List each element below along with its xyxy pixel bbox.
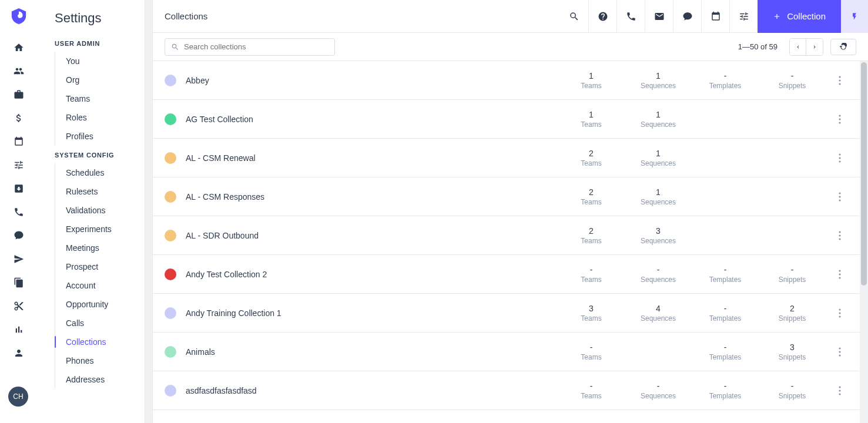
nav-item-org[interactable]: Org bbox=[55, 70, 145, 89]
nav-item-prospect[interactable]: Prospect bbox=[55, 257, 145, 276]
rail-user-icon[interactable] bbox=[8, 342, 30, 364]
row-more-button[interactable] bbox=[833, 151, 847, 165]
user-avatar[interactable]: CH bbox=[8, 387, 28, 407]
settings-scrollbar-thumb[interactable] bbox=[146, 1, 151, 39]
nav-item-opportunity[interactable]: Opportunity bbox=[55, 295, 145, 314]
row-more-button[interactable] bbox=[833, 190, 847, 204]
stat-value: 1 bbox=[625, 71, 692, 80]
stat-sequences: -Sequences bbox=[625, 265, 692, 284]
nav-item-schedules[interactable]: Schedules bbox=[55, 163, 145, 182]
nav-item-rulesets[interactable]: Rulesets bbox=[55, 182, 145, 201]
app-logo[interactable] bbox=[10, 7, 28, 25]
rail-people-icon[interactable] bbox=[8, 60, 30, 82]
collection-row[interactable]: Andy Test Collection 2-Teams-Sequences-T… bbox=[153, 255, 868, 294]
nav-item-phones[interactable]: Phones bbox=[55, 351, 145, 370]
stat-sequences: 1Sequences bbox=[625, 187, 692, 206]
stat-label: Templates bbox=[692, 276, 759, 284]
rail-copy-icon[interactable] bbox=[8, 271, 30, 294]
rail-dollar-icon[interactable] bbox=[8, 107, 30, 129]
main-scrollbar-thumb[interactable] bbox=[861, 62, 867, 286]
pager-prev-button[interactable] bbox=[790, 39, 806, 55]
nav-item-roles[interactable]: Roles bbox=[55, 108, 145, 127]
rail-chart-icon[interactable] bbox=[8, 318, 30, 341]
rail-chat-icon[interactable] bbox=[8, 224, 30, 247]
stat-value: - bbox=[692, 343, 759, 352]
rail-scissors-icon[interactable] bbox=[8, 295, 30, 317]
stat-label: Templates bbox=[692, 82, 759, 90]
row-more-button[interactable] bbox=[833, 345, 847, 359]
stat-label: Sequences bbox=[625, 314, 692, 323]
stat-value: - bbox=[558, 343, 625, 352]
stat-value: - bbox=[692, 265, 759, 274]
row-more-button[interactable] bbox=[833, 112, 847, 126]
nav-item-addresses[interactable]: Addresses bbox=[55, 370, 145, 389]
nav-item-collections[interactable]: Collections bbox=[55, 333, 145, 351]
settings-title: Settings bbox=[37, 0, 152, 34]
collection-row[interactable]: AL - CSM Responses2Teams1Sequences bbox=[153, 177, 868, 216]
svg-point-22 bbox=[839, 351, 840, 352]
settings-scrollbar-down-arrow[interactable] bbox=[145, 416, 152, 423]
header-search-icon[interactable] bbox=[560, 0, 588, 33]
header-mail-icon[interactable] bbox=[645, 0, 673, 33]
settings-scrollbar-track[interactable] bbox=[145, 0, 152, 423]
rail-briefcase-icon[interactable] bbox=[8, 83, 30, 106]
stat-snippets: -Snippets bbox=[759, 381, 826, 400]
row-more-button[interactable] bbox=[833, 73, 847, 88]
collection-row[interactable]: AG Test Collection1Teams1Sequences bbox=[153, 100, 868, 139]
rail-phone-icon[interactable] bbox=[8, 201, 30, 223]
row-more-button[interactable] bbox=[833, 306, 847, 320]
collection-color-dot bbox=[165, 191, 176, 203]
pagination-info: 1—50 of 59 bbox=[738, 42, 777, 51]
row-more-button[interactable] bbox=[833, 267, 847, 281]
stat-value: - bbox=[625, 265, 692, 274]
collection-color-dot bbox=[165, 230, 176, 241]
plus-icon bbox=[773, 12, 781, 21]
collection-row[interactable]: AL - CSM Renewal2Teams1Sequences bbox=[153, 139, 868, 177]
svg-point-18 bbox=[839, 308, 840, 310]
rail-download-box-icon[interactable] bbox=[8, 177, 30, 200]
nav-item-calls[interactable]: Calls bbox=[55, 314, 145, 333]
nav-item-validations[interactable]: Validations bbox=[55, 201, 145, 220]
collection-name: AG Test Collection bbox=[186, 115, 558, 124]
stat-value: 4 bbox=[625, 304, 692, 313]
stat-teams: 2Teams bbox=[558, 226, 625, 245]
collection-row[interactable]: Andy Training Collection 13Teams4Sequenc… bbox=[153, 294, 868, 333]
rail-send-icon[interactable] bbox=[8, 248, 30, 270]
pager-next-button[interactable] bbox=[806, 39, 823, 55]
header-phone-icon[interactable] bbox=[616, 0, 645, 33]
collection-row[interactable]: asdfasdfasfasdfasd-Teams-Sequences-Templ… bbox=[153, 371, 868, 410]
collection-row[interactable]: AL - SDR Outbound2Teams3Sequences bbox=[153, 216, 868, 255]
collection-row[interactable]: Abbey1Teams1Sequences-Templates-Snippets bbox=[153, 61, 868, 100]
nav-item-meetings[interactable]: Meetings bbox=[55, 239, 145, 257]
new-collection-button[interactable]: Collection bbox=[758, 0, 841, 33]
collection-row[interactable]: Animals-Teams-Templates3Snippets bbox=[153, 333, 868, 371]
rail-home-icon[interactable] bbox=[8, 36, 30, 59]
refresh-button[interactable] bbox=[830, 39, 856, 55]
rail-calendar-icon[interactable] bbox=[8, 130, 30, 153]
stat-sequences: 1Sequences bbox=[625, 110, 692, 129]
svg-point-9 bbox=[839, 192, 840, 194]
nav-item-experiments[interactable]: Experiments bbox=[55, 220, 145, 239]
search-box[interactable] bbox=[165, 38, 335, 56]
header-help-icon[interactable] bbox=[588, 0, 616, 33]
row-more-button[interactable] bbox=[833, 229, 847, 243]
stat-label: Teams bbox=[558, 392, 625, 400]
main-scrollbar-track[interactable] bbox=[860, 61, 868, 423]
search-input[interactable] bbox=[184, 42, 329, 51]
header-chat-icon[interactable] bbox=[673, 0, 701, 33]
svg-point-15 bbox=[839, 270, 840, 271]
header-sliders-icon[interactable] bbox=[729, 0, 758, 33]
stat-sequences: 4Sequences bbox=[625, 304, 692, 323]
quick-actions-button[interactable] bbox=[841, 0, 868, 33]
header-calendar-icon[interactable] bbox=[701, 0, 729, 33]
row-more-button[interactable] bbox=[833, 384, 847, 398]
nav-item-teams[interactable]: Teams bbox=[55, 89, 145, 108]
rail-sliders-icon[interactable] bbox=[8, 154, 30, 176]
nav-item-account[interactable]: Account bbox=[55, 276, 145, 295]
stat-label: Sequences bbox=[625, 237, 692, 245]
nav-item-profiles[interactable]: Profiles bbox=[55, 127, 145, 146]
stat-label: Teams bbox=[558, 159, 625, 167]
nav-item-you[interactable]: You bbox=[55, 52, 145, 70]
stat-snippets: 3Snippets bbox=[759, 343, 826, 361]
svg-point-23 bbox=[839, 354, 840, 356]
